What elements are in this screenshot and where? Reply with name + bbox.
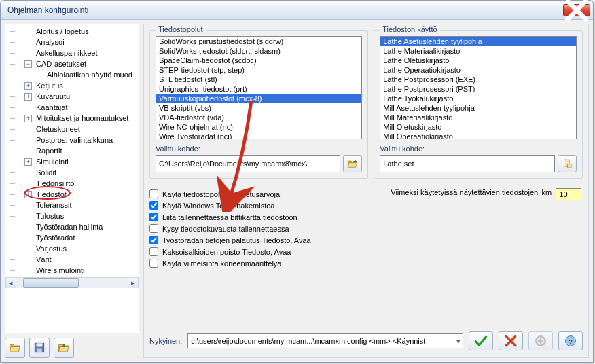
expand-icon[interactable]: + [24, 93, 32, 101]
option-checkbox[interactable] [149, 236, 158, 244]
close-button[interactable] [563, 4, 590, 16]
tree-item[interactable]: ·····Aihiolaatikon näyttö muod [5, 69, 139, 80]
tree-item[interactable]: ·····Oletuskoneet [5, 124, 139, 134]
save-button[interactable] [29, 338, 50, 358]
collapse-icon[interactable]: − [24, 60, 32, 68]
fileusage-path-input[interactable]: Lathe.set [380, 155, 555, 172]
tree-item[interactable]: ·····+Mitoitukset ja huomautukset [5, 113, 139, 124]
cancel-button[interactable] [499, 331, 523, 350]
option-label: Liitä tallennettaessa bittikartta tiedos… [162, 213, 298, 221]
tree-item-label: CAD-asetukset [35, 60, 88, 68]
tree-item-label: Analysoi [35, 38, 66, 46]
filepaths-path-input[interactable]: C:\Users\Reijo\Documents\my mcamx8\mcx\ [156, 155, 340, 172]
list-item[interactable]: Lathe Asetuslehden tyylipohja [380, 37, 576, 46]
help-button[interactable]: ? [558, 331, 583, 350]
tree-item[interactable]: ·····+Ketjutus [5, 80, 139, 91]
tree-item[interactable]: ·····Wire simulointi [5, 265, 139, 276]
tree-item[interactable]: ·····+Kuvaruutu [5, 91, 139, 102]
list-item[interactable]: SolidWorks-tiedostot (sldprt, sldasm) [156, 46, 361, 56]
tree-spacer [24, 126, 32, 133]
list-item[interactable]: Lathe Postprosessori (PST) [380, 84, 576, 94]
tree-item[interactable]: ·····Askelluspainikkeet [5, 48, 139, 58]
tree-item[interactable]: ·····Työstöradat [5, 232, 139, 243]
list-item[interactable]: Lathe Materiaalikirjasto [380, 46, 576, 56]
tree-spacer [24, 180, 32, 187]
list-item[interactable]: Unigraphics -tiedostot (prt) [156, 84, 361, 94]
tree-item[interactable]: ·····Varjostus [5, 243, 139, 254]
tree-item[interactable]: ·····Värit [5, 254, 139, 265]
merge-button[interactable] [54, 338, 74, 358]
fileusage-list[interactable]: Lathe Asetuslehden tyylipohjaLathe Mater… [380, 36, 577, 139]
list-item[interactable]: Mill Asetuslehden tyylipohja [380, 103, 576, 113]
current-label: Nykyinen: [149, 337, 182, 345]
category-tree[interactable]: ·····Aloitus / lopetus·····Analysoi·····… [5, 24, 139, 333]
expand-icon[interactable]: + [24, 82, 32, 90]
tree-spacer [24, 223, 32, 231]
tree-item-label: Toleranssit [35, 201, 73, 209]
tree-item[interactable]: ·····Postpros. valintaikkuna [5, 134, 139, 145]
option-checkbox[interactable] [149, 213, 158, 221]
list-item[interactable]: Wire Työstöradat (nci) [156, 132, 361, 139]
tree-item-label: Työstöradan hallinta [35, 223, 104, 231]
tree-item[interactable]: ·····Kääntäjät [5, 102, 139, 113]
option-label: Käytä viimeisintä koneenmäärittelyä [162, 259, 281, 268]
option-checkbox[interactable] [149, 224, 158, 233]
tree-item[interactable]: ·····Solidit [5, 167, 139, 178]
filepaths-list[interactable]: SolidWorks piirustustiedostot (slddrw)So… [156, 36, 362, 139]
list-item[interactable]: SolidWorks piirustustiedostot (slddrw) [156, 37, 361, 46]
list-item[interactable]: Mill Oletuskirjasto [380, 122, 576, 132]
tree-item[interactable]: ·····Analysoi [5, 37, 139, 48]
list-item[interactable]: Lathe Oletuskirjasto [380, 56, 576, 65]
open-button[interactable] [5, 338, 25, 358]
list-item[interactable]: Lathe Työkalukirjasto [380, 94, 576, 103]
list-item[interactable]: Mill Materiaalikirjasto [380, 113, 576, 122]
svg-rect-1 [37, 343, 43, 346]
tree-spacer [24, 202, 32, 209]
tree-item[interactable]: ·····+Simulointi [5, 156, 139, 167]
list-item[interactable]: STL tiedostot (stl) [156, 75, 361, 84]
tree-item[interactable]: ·····−CAD-asetukset [5, 58, 139, 69]
recent-files-input[interactable] [556, 188, 581, 200]
tree-item-label: Raportit [35, 147, 64, 155]
list-item[interactable]: Lathe Operaatiokirjasto [380, 65, 576, 75]
expand-icon[interactable]: + [24, 115, 32, 122]
option-checkbox[interactable] [149, 189, 158, 198]
list-item[interactable]: Varmuuskopiotiedostot (mcx-8) [156, 94, 361, 103]
expand-icon[interactable]: + [24, 191, 32, 198]
tree-hscrollbar[interactable]: ◂ ▸ [5, 277, 139, 288]
tree-item[interactable]: ·····Aloitus / lopetus [5, 26, 139, 37]
tree-item[interactable]: ·····Työstöradan hallinta [5, 221, 139, 232]
ok-button[interactable] [469, 331, 493, 350]
current-config-combo[interactable]: c:\users\reijo\documents\my mcam...\mcam… [187, 333, 463, 348]
tree-spacer [24, 50, 32, 57]
list-item[interactable]: Lathe Postprosessori (EXE) [380, 75, 576, 84]
list-item[interactable]: VB skriptit (vbs) [156, 103, 361, 113]
option-checkbox[interactable] [149, 201, 158, 210]
tree-item-label: Askelluspainikkeet [35, 49, 99, 57]
recent-files-label: Viimeksi käytetyissä näytettävien tiedos… [391, 188, 552, 196]
tree-item[interactable]: ·····Tiedonsiirto [5, 178, 139, 189]
tree-item[interactable]: ·····Raportit [5, 145, 139, 156]
expand-icon[interactable]: + [24, 158, 32, 166]
list-item[interactable]: SpaceClaim-tiedostot (scdoc) [156, 56, 361, 65]
option-checkbox[interactable] [149, 259, 158, 268]
list-item[interactable]: Mill Operaatiokirjasto [380, 132, 576, 139]
filepaths-browse-button[interactable] [343, 155, 362, 172]
tree-item[interactable]: ·····Tulostus [5, 211, 139, 221]
filepaths-group: Tiedostopolut SolidWorks piirustustiedos… [149, 30, 368, 179]
svg-text:?: ? [569, 338, 573, 345]
tree-spacer [24, 267, 32, 274]
list-item[interactable]: STEP-tiedostot (stp, step) [156, 65, 361, 75]
tree-spacer [35, 71, 43, 79]
tree-item-label: Simulointi [35, 158, 70, 166]
tree-spacer [24, 104, 32, 111]
apply-button[interactable] [528, 331, 553, 350]
tree-item[interactable]: ·····Toleranssit [5, 200, 139, 211]
fileusage-browse-button[interactable] [558, 155, 577, 172]
option-checkbox[interactable] [149, 247, 158, 256]
list-item[interactable]: VDA-tiedostot (vda) [156, 113, 361, 122]
list-item[interactable]: Wire NC-ohjelmat (nc) [156, 122, 361, 132]
tree-item-label: Mitoitukset ja huomautukset [35, 114, 130, 122]
tree-item-label: Aloitus / lopetus [35, 27, 90, 35]
tree-item[interactable]: ·····+Tiedostot [5, 189, 139, 200]
